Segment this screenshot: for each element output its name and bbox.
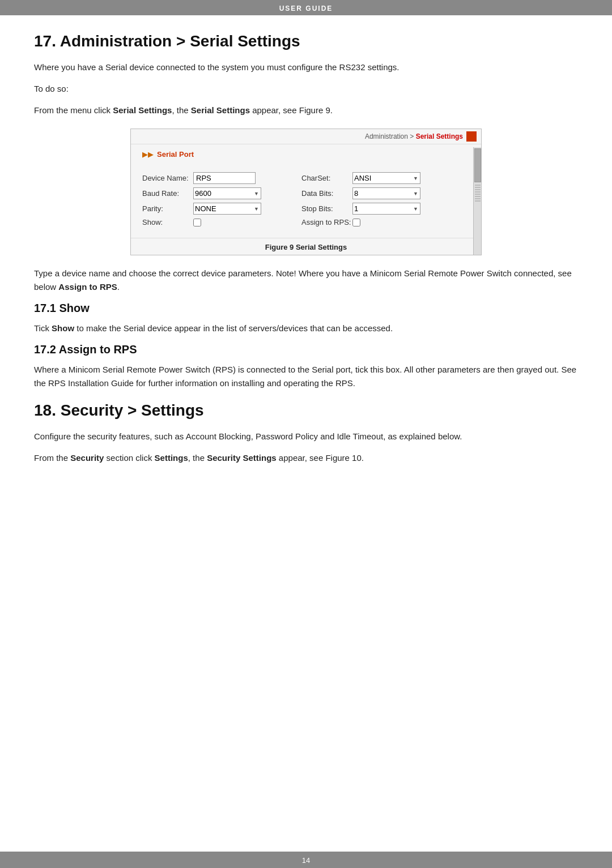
settings-bold2: Settings <box>155 453 188 463</box>
show-row: Show: <box>142 218 301 226</box>
breadcrumb-text: Administration > Serial Settings <box>365 132 463 140</box>
section17-intro2: To do so: <box>34 82 578 96</box>
show-checkbox[interactable] <box>193 219 201 226</box>
serial-settings-form-area: ▶▶ Serial Port Device Name: Baud Rate: <box>131 144 481 238</box>
subsection172-title: 17.2 Assign to RPS <box>34 343 578 356</box>
stop-bits-select-wrapper: 1 <box>352 203 420 215</box>
breadcrumb-serial: Serial Settings <box>416 132 463 140</box>
scrollbar[interactable] <box>473 147 481 255</box>
section18-title: 18. Security > Settings <box>34 401 578 420</box>
device-name-row: Device Name: <box>142 172 301 184</box>
charset-label: CharSet: <box>301 174 352 182</box>
figure9-caption: Figure 9 Serial Settings <box>131 238 481 255</box>
subsection171-title: 17.1 Show <box>34 302 578 315</box>
data-bits-select[interactable]: 8 <box>352 187 420 199</box>
form-left-col: Device Name: Baud Rate: 9600 Parity: <box>142 172 301 230</box>
parity-select-wrapper: NONE <box>193 203 261 215</box>
section18-intro1: Configure the security features, such as… <box>34 430 578 443</box>
device-name-label: Device Name: <box>142 174 193 182</box>
assign-to-bold: Assign to <box>58 282 97 292</box>
charset-row: CharSet: ANSI <box>301 172 461 184</box>
top-bar: USER GUIDE <box>0 0 612 15</box>
section18: 18. Security > Settings Configure the se… <box>34 401 578 465</box>
data-bits-select-wrapper: 8 <box>352 187 420 199</box>
main-content: 17. Administration > Serial Settings Whe… <box>0 15 612 852</box>
serial-port-header: ▶▶ Serial Port <box>142 150 470 159</box>
section17-title: 17. Administration > Serial Settings <box>34 32 578 50</box>
form-right-col: CharSet: ANSI Data Bits: 8 <box>301 172 461 230</box>
data-bits-label: Data Bits: <box>301 189 352 198</box>
serial-port-label: Serial Port <box>157 150 194 159</box>
rps-bold: RPS <box>100 282 117 292</box>
page-number: 14 <box>302 856 310 865</box>
parity-label: Parity: <box>142 204 193 213</box>
scroll-lines <box>475 185 481 203</box>
charset-select[interactable]: ANSI <box>352 172 420 184</box>
breadcrumb-admin: Administration > <box>365 132 416 140</box>
show-bold: Show <box>52 323 74 333</box>
assign-rps-row: Assign to RPS: <box>301 218 461 226</box>
stop-bits-select[interactable]: 1 <box>352 203 420 215</box>
breadcrumb-icon <box>466 131 477 142</box>
subsection172-text: Where a Minicom Serial Remote Power Swit… <box>34 363 578 390</box>
bottom-bar: 14 <box>0 852 612 868</box>
section18-intro2: From the Security section click Settings… <box>34 451 578 465</box>
breadcrumb-bar: Administration > Serial Settings <box>131 129 481 144</box>
show-label: Show: <box>142 218 193 226</box>
section17-intro1: Where you have a Serial device connected… <box>34 61 578 74</box>
after-figure-text: Type a device name and choose the correc… <box>34 267 578 294</box>
figure9-container: Administration > Serial Settings ▶▶ Seri… <box>130 129 482 255</box>
charset-select-wrapper: ANSI <box>352 172 420 184</box>
stop-bits-row: Stop Bits: 1 <box>301 203 461 215</box>
device-name-input[interactable] <box>193 172 256 184</box>
section17-intro3: From the menu click Serial Settings, the… <box>34 104 578 117</box>
serial-settings-bold2: Serial Settings <box>191 105 250 115</box>
assign-rps-checkbox[interactable] <box>352 219 360 226</box>
user-guide-label: USER GUIDE <box>279 5 333 12</box>
baud-rate-label: Baud Rate: <box>142 189 193 198</box>
serial-settings-bold1: Serial Settings <box>113 105 172 115</box>
baud-rate-row: Baud Rate: 9600 <box>142 187 301 199</box>
baud-rate-select-wrapper: 9600 <box>193 187 261 199</box>
security-bold1: Security <box>70 453 104 463</box>
stop-bits-label: Stop Bits: <box>301 204 352 213</box>
assign-rps-label: Assign to RPS: <box>301 218 352 226</box>
scroll-thumb[interactable] <box>474 148 481 182</box>
parity-row: Parity: NONE <box>142 203 301 215</box>
security-settings-bold3: Security Settings <box>207 453 277 463</box>
subsection171-text: Tick Show to make the Serial device appe… <box>34 322 578 335</box>
form-columns: Device Name: Baud Rate: 9600 Parity: <box>142 172 461 230</box>
baud-rate-select[interactable]: 9600 <box>193 187 261 199</box>
serial-port-icon: ▶▶ <box>142 150 154 159</box>
data-bits-row: Data Bits: 8 <box>301 187 461 199</box>
parity-select[interactable]: NONE <box>193 203 261 215</box>
